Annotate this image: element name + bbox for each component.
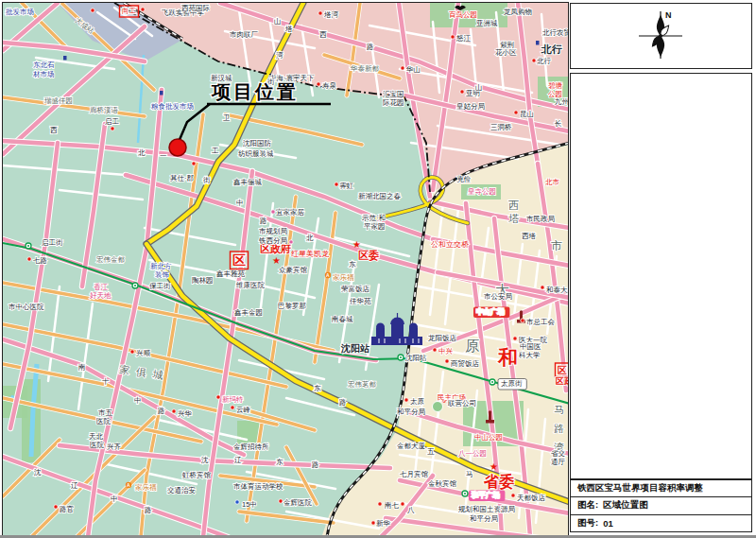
- poi-dot-icon: [404, 398, 408, 402]
- map-label: 家乐福: [135, 483, 157, 492]
- star-icon: ★: [272, 255, 281, 266]
- road-name-char: 路: [339, 398, 347, 407]
- map-label: 区政府: [556, 376, 568, 386]
- map-label: 龙阳饭店: [428, 334, 457, 342]
- map-label: 市体育运动学校: [233, 482, 284, 491]
- road-name-char: 卫: [223, 113, 231, 122]
- project-title: 铁西区宝马世界项目容积率调整: [577, 482, 703, 495]
- map-label: 区: [558, 365, 567, 375]
- map-label: 市规划局: [259, 227, 288, 235]
- poi-dot-icon: [172, 409, 176, 413]
- north-compass-icon: N: [571, 4, 749, 66]
- map-label: 家乐福: [333, 273, 354, 282]
- legend-box-empty: [570, 73, 752, 479]
- road-name-char: 街: [203, 176, 211, 184]
- map-label: 中国医: [520, 342, 541, 351]
- map-label: 红星美凯龙: [291, 250, 330, 258]
- drawing-number-value: 01: [603, 518, 613, 529]
- statue-icon: [489, 413, 491, 421]
- map-label: 塔湾: [323, 10, 339, 19]
- waterway: [138, 55, 144, 143]
- poi-dot-icon: [91, 9, 94, 12]
- map-label: 公和立交桥: [431, 240, 469, 249]
- road-name-char: 西: [319, 30, 327, 39]
- map-label: 荣富饭店: [341, 285, 370, 293]
- statue-icon: [520, 310, 523, 313]
- map-label: 太原: [410, 397, 424, 406]
- poi-dot-icon: [111, 127, 114, 130]
- map-label: 廊桥溪语: [90, 106, 119, 114]
- road-name-char: 工: [212, 147, 219, 155]
- road-name-char: 北: [138, 148, 146, 157]
- map-label: 陶林园: [192, 276, 214, 285]
- map-label: 汇宝国: [383, 90, 404, 98]
- poi-dot-icon: [271, 210, 275, 214]
- map-label: 北行农贸: [542, 28, 568, 37]
- map-label: 怒江: [456, 34, 472, 43]
- map-label: 维康医院: [236, 281, 266, 289]
- carrefour-icon: A: [127, 482, 130, 488]
- poi-dot-icon: [460, 90, 464, 94]
- map-label: 金秋宾馆: [428, 479, 457, 488]
- poi-dot-icon: [335, 182, 338, 186]
- metro-station-icon: [134, 285, 136, 286]
- metro-station-icon: [27, 245, 29, 247]
- map-label: 市五: [98, 408, 113, 417]
- map-label: 鑫丰雅苑: [216, 269, 246, 278]
- map-label: 巴黎罗那: [278, 302, 306, 310]
- poi-dot-icon: [141, 8, 145, 11]
- map-label: 路官: [60, 505, 74, 513]
- road-name-char: 沈: [201, 456, 209, 464]
- map-label: 金辉医院: [284, 498, 313, 507]
- drawing-number-label: 图号:: [577, 517, 598, 529]
- map-label: 商贸饭店: [450, 359, 480, 368]
- map-label: 粮食批发市场: [150, 102, 194, 111]
- road-name-char: 中: [236, 199, 244, 207]
- railway-station-building-icon: [409, 323, 418, 332]
- map-label: 省委: [483, 473, 515, 490]
- statue-icon: [489, 410, 491, 413]
- compass-box: N: [570, 3, 752, 69]
- map-label: 南春城: [331, 315, 353, 323]
- map-label: 市中心医院: [9, 303, 44, 311]
- poi-dot-icon: [235, 500, 239, 504]
- map-label: 兴齐: [107, 443, 121, 451]
- map-label: 三洞桥: [490, 123, 512, 131]
- star-icon: ★: [490, 461, 498, 472]
- map-label: 市民政局: [526, 215, 556, 223]
- map-label: 瑞盛佳园: [44, 96, 73, 105]
- road-name-char: 东: [349, 260, 356, 269]
- poi-square-icon: [63, 56, 67, 61]
- poi-dot-icon: [231, 406, 234, 409]
- poi-square-icon: [160, 91, 163, 95]
- map-graphic: ★★★AA批发市场向工大成站东北石材市场瑞盛佳园廊桥溪语启工粮食批发市场新汉城中…: [3, 3, 568, 535]
- road-name-char: 八: [407, 506, 415, 514]
- drawing-name-value: 区域位置图: [603, 499, 648, 512]
- road-name-char: 路: [367, 43, 374, 51]
- map-label: 碧塘: [548, 81, 563, 90]
- map-label: 兴华: [178, 409, 193, 418]
- map-label: 天北: [89, 432, 104, 441]
- map-label: 平家园: [364, 222, 386, 231]
- map-label: 和平分局: [470, 514, 499, 523]
- road: [3, 165, 126, 175]
- map-label: 批发市场: [6, 8, 34, 16]
- map-label: 克俭: [456, 175, 472, 183]
- map-label: 北市: [545, 178, 560, 186]
- map-label: 联营公司: [447, 399, 476, 408]
- north-label: N: [665, 10, 672, 20]
- map-label: 众豪宾馆: [279, 266, 308, 274]
- map-label: 区委: [358, 250, 379, 262]
- star-icon: ★: [352, 239, 361, 250]
- road: [78, 304, 93, 409]
- road-name-char: 路: [312, 460, 319, 469]
- map-label: 霁虹: [339, 182, 354, 190]
- railway-station-building-icon: [376, 323, 385, 332]
- map-label: 好天地: [90, 291, 112, 300]
- map-label: 太原街: [501, 379, 523, 388]
- map-label: 马: [554, 404, 564, 415]
- drawing-number-row: 图号: 01: [571, 515, 751, 531]
- map-label: 八一公园: [458, 449, 487, 458]
- map-label: 鑫丰金园: [234, 308, 263, 317]
- map-label: 华泰新都: [350, 64, 380, 73]
